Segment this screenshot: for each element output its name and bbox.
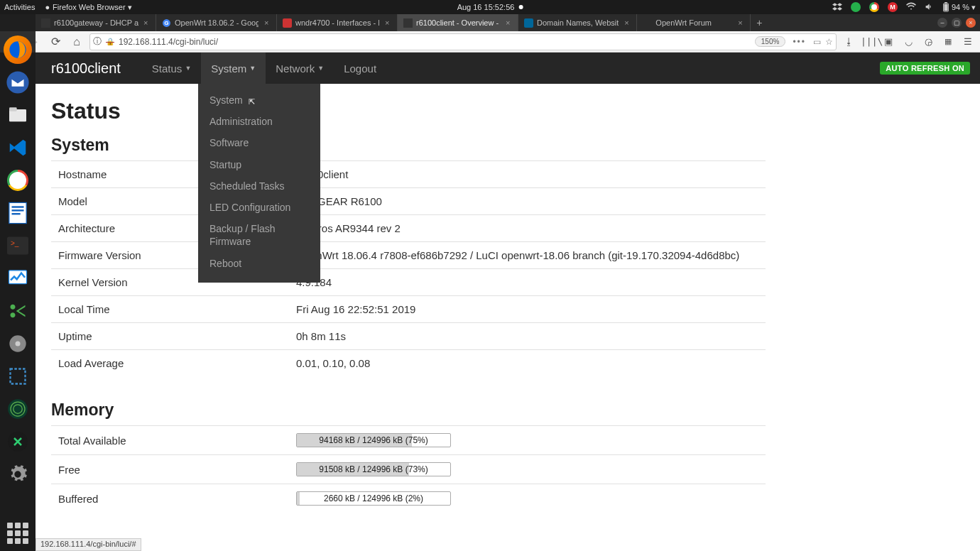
dock-terminal-icon[interactable]: >_ <box>4 231 32 260</box>
dock-libreoffice-icon[interactable] <box>4 199 32 227</box>
volume-icon[interactable] <box>925 2 934 13</box>
activities-button[interactable]: Activities <box>4 3 35 11</box>
dropdown-reboot[interactable]: Reboot <box>198 253 320 274</box>
minimize-button[interactable]: – <box>937 18 947 28</box>
menu-icon[interactable]: ☰ <box>960 36 976 47</box>
window-close-button[interactable]: × <box>966 18 976 28</box>
svg-rect-8 <box>9 107 17 111</box>
nav-logout[interactable]: Logout <box>334 53 386 84</box>
auto-refresh-badge[interactable]: AUTO REFRESH ON <box>880 62 970 75</box>
container-icon[interactable]: ▣ <box>881 36 896 47</box>
tab-1[interactable]: GOpenWrt 18.06.2 - Goog× <box>156 14 277 31</box>
page-actions-icon[interactable]: ••• <box>793 37 806 47</box>
svg-rect-10 <box>12 206 24 207</box>
library-icon[interactable]: |||\ <box>861 36 876 47</box>
dropdown-administration[interactable]: Administration <box>198 111 320 132</box>
progress-bar: 2660 kB / 124996 kB (2%) <box>296 491 451 506</box>
svg-text:G: G <box>165 20 169 26</box>
status-green-icon[interactable] <box>851 2 861 12</box>
dropdown-software[interactable]: Software <box>198 132 320 153</box>
new-tab-button[interactable]: + <box>751 14 768 31</box>
table-row: Local TimeFri Aug 16 22:52:51 2019 <box>51 295 766 322</box>
wifi-icon[interactable] <box>906 1 916 13</box>
dropdown-backup-flash[interactable]: Backup / Flash Firmware <box>198 218 320 252</box>
dropdown-startup[interactable]: Startup <box>198 154 320 175</box>
zoom-indicator[interactable]: 150% <box>755 36 786 47</box>
battery-indicator[interactable]: 94 % ▾ <box>942 2 976 12</box>
dock-apps-grid-icon[interactable] <box>7 523 28 544</box>
svg-rect-1 <box>944 2 947 4</box>
close-icon[interactable]: × <box>262 18 271 27</box>
clock[interactable]: Aug 16 15:52:56 <box>457 3 523 11</box>
reload-button[interactable]: ⟳ <box>47 33 64 50</box>
tab-5[interactable]: OpenWrt Forum× <box>637 14 751 31</box>
home-button[interactable]: ⌂ <box>68 33 85 50</box>
close-icon[interactable]: × <box>736 18 744 27</box>
dock-firefox-icon[interactable] <box>4 36 32 64</box>
table-row: ModelNETGEAR R6100 <box>51 187 766 214</box>
dock-chrome-icon[interactable] <box>4 166 32 195</box>
svg-rect-11 <box>12 209 24 211</box>
dock-tor-icon[interactable] <box>4 395 32 423</box>
tab-3[interactable]: r6100client - Overview - L× <box>398 14 518 31</box>
dock-vscode-icon[interactable] <box>4 133 32 162</box>
dropdown-led-config[interactable]: LED Configuration <box>198 197 320 218</box>
close-icon[interactable]: × <box>504 18 512 27</box>
pocket-icon[interactable]: ◡ <box>900 36 916 47</box>
progress-bar: 91508 kB / 124996 kB (73%) <box>296 462 451 476</box>
app-menu[interactable]: ●Firefox Web Browser ▾ <box>45 3 131 12</box>
svg-rect-18 <box>11 369 26 384</box>
section-system-title: System <box>51 136 766 155</box>
nav-system[interactable]: System▼ <box>201 53 266 84</box>
maximize-button[interactable]: ▢ <box>952 18 962 28</box>
url-bar[interactable]: ⓘ 🔒 192.168.111.4/cgi-bin/luci/ 150% •••… <box>89 33 837 50</box>
luci-brand[interactable]: r6100client <box>51 60 121 77</box>
reader-icon[interactable]: ▭ <box>813 37 821 47</box>
tab-2[interactable]: wndr4700 - Interfaces - L× <box>277 14 398 31</box>
dock-monitor-icon[interactable] <box>4 264 32 293</box>
dock-screenshot-icon[interactable] <box>4 362 32 391</box>
dock-files-icon[interactable] <box>4 101 32 129</box>
nav-status[interactable]: Status▼ <box>142 53 201 84</box>
insecure-icon: 🔒 <box>106 38 114 45</box>
progress-bar: 94168 kB / 124996 kB (75%) <box>296 433 451 447</box>
mega-icon[interactable]: M <box>888 2 898 12</box>
table-row: Buffered 2660 kB / 124996 kB (2%) <box>51 484 766 513</box>
caret-down-icon: ▼ <box>317 65 324 72</box>
dropdown-system[interactable]: System <box>198 89 320 111</box>
caret-down-icon: ▼ <box>249 65 256 72</box>
table-row: Firmware VersionOpenWrt 18.06.4 r7808-ef… <box>51 241 766 268</box>
memory-table: Total Available 94168 kB / 124996 kB (75… <box>51 425 766 513</box>
tab-4[interactable]: Domain Names, Websit× <box>518 14 637 31</box>
dock-settings-icon[interactable] <box>4 460 32 489</box>
dropdown-scheduled-tasks[interactable]: Scheduled Tasks <box>198 175 320 197</box>
browser-toolbar: ← → ⟳ ⌂ ⓘ 🔒 192.168.111.4/cgi-bin/luci/ … <box>0 31 980 53</box>
table-row: ArchitectureAtheros AR9344 rev 2 <box>51 214 766 241</box>
dropbox-icon[interactable] <box>832 2 842 12</box>
dock-thunderbird-icon[interactable] <box>4 68 32 97</box>
chrome-icon[interactable] <box>869 2 879 12</box>
luci-body: Status System Hostnamer6100client ModelN… <box>36 84 781 551</box>
dock-x2go-icon[interactable] <box>4 427 32 456</box>
luci-header: r6100client Status▼ System▼ Network▼ Log… <box>36 53 980 84</box>
bookmark-star-icon[interactable]: ☆ <box>825 37 833 47</box>
tab-0[interactable]: r6100gateway - DHCP an× <box>36 14 156 31</box>
account-icon[interactable]: ◶ <box>920 36 936 47</box>
svg-rect-12 <box>12 213 21 214</box>
table-row: Load Average0.01, 0.10, 0.08 <box>51 349 766 376</box>
page-title: Status <box>51 98 766 124</box>
section-network-title: Network <box>51 537 766 551</box>
close-icon[interactable]: × <box>622 18 631 27</box>
nav-network[interactable]: Network▼ <box>266 53 334 84</box>
link-status-bar: 192.168.111.4/cgi-bin/luci/# <box>36 538 141 551</box>
addons-icon[interactable]: ▦ <box>940 37 956 46</box>
site-info-icon[interactable]: ⓘ <box>93 36 102 48</box>
downloads-icon[interactable]: ⭳ <box>841 36 856 47</box>
close-icon[interactable]: × <box>142 18 150 27</box>
table-row: Kernel Version4.9.184 <box>51 268 766 295</box>
system-dropdown: System Administration Software Startup S… <box>198 84 320 283</box>
dock-scissors-icon[interactable] <box>4 297 32 325</box>
dock-disks-icon[interactable] <box>4 329 32 358</box>
system-table: Hostnamer6100client ModelNETGEAR R6100 A… <box>51 160 766 376</box>
close-icon[interactable]: × <box>383 18 391 27</box>
